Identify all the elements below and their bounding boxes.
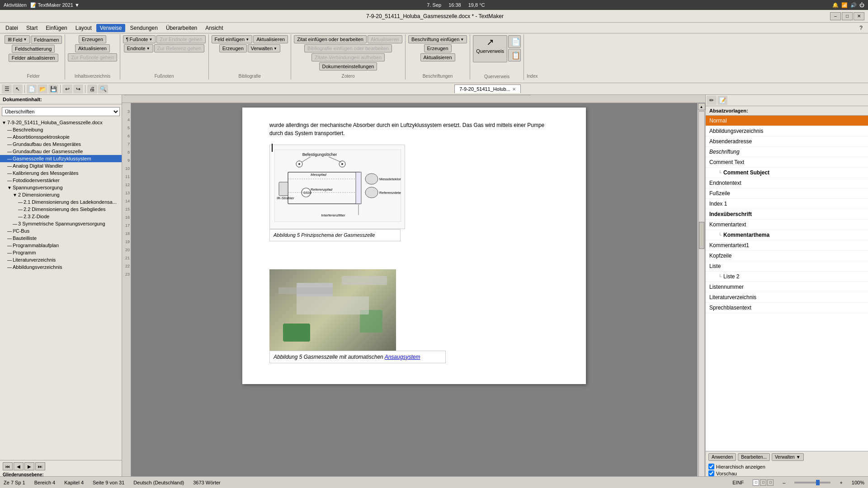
style-list-item[interactable]: Normal [706, 116, 868, 126]
document-area[interactable]: wurde allerdings der mechanische Absorbe… [131, 103, 697, 488]
style-list-item[interactable]: Kommentartext [706, 220, 868, 230]
style-list-item[interactable]: Kommentartext1 [706, 240, 868, 251]
vorschau-checkbox[interactable] [708, 470, 714, 476]
nav-last-button[interactable]: ⏭ [35, 462, 45, 470]
sidebar-tree-item[interactable]: —Bauteilliste [0, 235, 122, 242]
feldnamen-button[interactable]: Feldnamen [31, 36, 62, 44]
scroll-thumb[interactable] [699, 222, 704, 249]
view-btn-1[interactable]: □ [753, 479, 759, 486]
sidebar-tree-item[interactable]: —Abbildungsverzeichnis [0, 263, 122, 271]
style-list-item[interactable]: Index 1 [706, 199, 868, 209]
menu-datei[interactable]: Datei [2, 24, 22, 32]
style-list-item[interactable]: Endnotentext [706, 178, 868, 188]
erzeugen-button-2[interactable]: Erzeugen [219, 44, 247, 52]
aktualisieren-button-2[interactable]: Aktualisieren [253, 35, 288, 43]
bearbeiten-button[interactable]: Bearbeiten... [738, 453, 770, 461]
nav-first-button[interactable]: ⏮ [3, 462, 13, 470]
sidebar-tree-item[interactable]: —Beschreibung [0, 126, 122, 133]
styles-edit-icon-btn[interactable]: ✏ [707, 96, 717, 105]
querverweis-icon-btn-2[interactable]: 📋 [508, 49, 521, 61]
style-list-item[interactable]: Literaturverzeichnis [706, 292, 868, 303]
menu-verweise[interactable]: Verweise [96, 24, 126, 32]
aktualisieren-button-3[interactable]: Aktualisieren [368, 35, 402, 43]
endnote-button[interactable]: Endnote ▼ [124, 44, 153, 52]
new-icon-btn[interactable]: 📄 [27, 84, 37, 94]
nav-next-button[interactable]: ▶ [24, 462, 34, 470]
sidebar-tree-item[interactable]: ▼7-9-20_51411_Holuba_Gasmesszelle.docx [0, 119, 122, 126]
zur-fussn-button[interactable]: Zur Fußnote gehen [68, 53, 117, 61]
querverweis-icon-btn-1[interactable]: 📄 [508, 35, 521, 48]
open-icon-btn[interactable]: 📂 [38, 84, 47, 94]
style-list-item[interactable]: └ Liste 2 [706, 272, 868, 282]
help-icon[interactable]: ? [856, 24, 866, 32]
sidebar-tree-item[interactable]: ▼Spannungsversorgung [0, 184, 122, 191]
maximize-button[interactable]: □ [842, 12, 853, 20]
menu-start[interactable]: Start [23, 24, 41, 32]
zur-referenz-button[interactable]: Zur Referenz gehen [154, 44, 205, 52]
menu-sendungen[interactable]: Sendungen [126, 24, 161, 32]
hierarchisch-checkbox[interactable] [708, 464, 714, 469]
menu-ansicht[interactable]: Ansicht [202, 24, 226, 32]
vertical-scrollbar[interactable]: ▲ ▼ [697, 103, 705, 488]
style-list-item[interactable]: Comment Text [706, 157, 868, 168]
style-list-item[interactable]: Sprechblasentext [706, 303, 868, 313]
sidebar-dropdown[interactable]: Überschriften [2, 107, 120, 116]
feld-button[interactable]: ⊞ Feld ▼ [5, 35, 30, 44]
menu-einfuegen[interactable]: Einfügen [42, 24, 71, 32]
erzeugen-button-3[interactable]: Erzeugen [424, 44, 452, 52]
feldschattierung-button[interactable]: Feldschattierung [12, 45, 55, 53]
menu-ueberarbeiten[interactable]: Überarbeiten [162, 24, 201, 32]
view-btn-2[interactable]: □ [760, 479, 766, 486]
sidebar-tree-item[interactable]: —3 Symmetrische Spannungsversorgung [0, 220, 122, 227]
redo-icon-btn[interactable]: ↪ [73, 84, 83, 94]
sidebar-tree-item[interactable]: —2.3 Z-Diode [0, 213, 122, 220]
erzeugen-button-1[interactable]: Erzeugen [79, 35, 106, 43]
hamburger-icon-btn[interactable]: ☰ [2, 84, 12, 94]
zoom-minus-icon[interactable]: – [783, 480, 785, 485]
zur-endnote-button[interactable]: Zur Endnote gehen [156, 35, 205, 43]
querverweis-button[interactable]: ↗ Querverweis [473, 35, 507, 62]
view-btn-3[interactable]: □ [767, 479, 774, 486]
tab-close-icon[interactable]: ✕ [512, 87, 516, 92]
bibliografie-button-2[interactable]: Bibliografie einfügen oder bearbeiten [304, 44, 392, 52]
anwenden-button[interactable]: Anwenden [708, 453, 736, 461]
styles-new-icon-btn[interactable]: 📝 [717, 96, 727, 105]
zoom-plus-icon[interactable]: + [840, 480, 842, 485]
style-list-item[interactable]: Fußzeile [706, 188, 868, 199]
sidebar-tree-item[interactable]: —Analog Digital Wandler [0, 162, 122, 169]
menu-layout[interactable]: Layout [72, 24, 95, 32]
feld-einfuegen-button[interactable]: Feld einfügen ▼ [212, 35, 253, 43]
sidebar-tree-item[interactable]: —I²C-Bus [0, 227, 122, 235]
style-list-item[interactable]: Listennummer [706, 282, 868, 292]
style-list-item[interactable]: Beschriftung [706, 147, 868, 157]
sidebar-tree-item[interactable]: ▼2 Dimensionierung [0, 191, 122, 198]
sidebar-tree-item[interactable]: —Fotodiodenverstärker [0, 177, 122, 184]
sidebar-tree-item[interactable]: —Gasmesszelle mit Luftzyklussystem [0, 155, 122, 162]
sidebar-tree-item[interactable]: —Grundaufbau des Messgerätes [0, 141, 122, 148]
nav-prev-button[interactable]: ◀ [14, 462, 24, 470]
sidebar-tree-item[interactable]: —Programm [0, 249, 122, 256]
style-list-item[interactable]: Kopfzeile [706, 251, 868, 261]
activities-label[interactable]: Aktivitäten [4, 2, 27, 8]
felder-aktualisieren-button[interactable]: Felder aktualisieren [9, 54, 58, 62]
aktualisieren-button-4[interactable]: Aktualisieren [420, 53, 455, 61]
style-list-item[interactable]: Liste [706, 261, 868, 272]
zoom-slider-handle[interactable] [816, 480, 820, 485]
style-list-item[interactable]: └ Comment Subject [706, 168, 868, 178]
sidebar-tree-item[interactable]: —Grundaufbau der Gasmesszelle [0, 148, 122, 155]
style-list-item[interactable]: Indexüberschrift [706, 209, 868, 220]
scroll-track[interactable] [698, 111, 705, 480]
sidebar-tree-item[interactable]: —Literaturverzeichnis [0, 256, 122, 263]
cursor-icon-btn[interactable]: ↖ [13, 84, 23, 94]
sidebar-tree-item[interactable]: —Kalibrierung des Messgerätes [0, 169, 122, 177]
save-icon-btn[interactable]: 💾 [48, 84, 58, 94]
zitate-verbindungen-button[interactable]: Zitate-Verbindungen aufheben [311, 53, 385, 61]
sidebar-tree-item[interactable]: —2.2 Dimensionierung des Siebgliedes [0, 206, 122, 213]
undo-icon-btn[interactable]: ↩ [62, 84, 72, 94]
verwalten-styles-button[interactable]: Verwalten ▼ [772, 453, 804, 461]
scroll-up-button[interactable]: ▲ [698, 103, 705, 110]
style-list-item[interactable]: Absenderadresse [706, 136, 868, 147]
zoom-slider[interactable] [794, 482, 830, 483]
sidebar-tree-item[interactable]: —2.1 Dimensionierung des Ladekondensa... [0, 198, 122, 206]
beschriftung-button[interactable]: Beschriftung einfügen ▼ [408, 35, 467, 43]
